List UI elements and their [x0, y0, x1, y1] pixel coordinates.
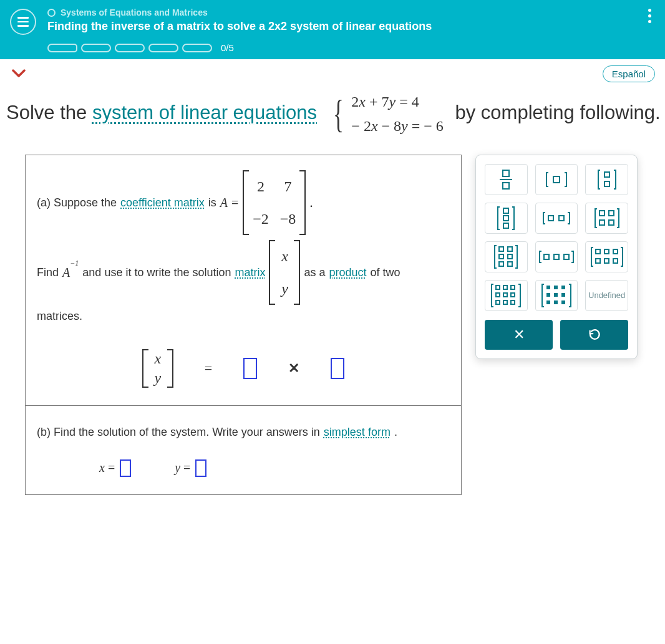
coefficient-matrix: 2 7 −2 −8	[243, 170, 306, 235]
svg-rect-34	[503, 293, 507, 297]
progress-seg	[47, 44, 77, 52]
part-b: (b) Find the solution of the system. Wri…	[26, 406, 461, 494]
progress-seg	[115, 44, 145, 52]
svg-rect-25	[604, 249, 609, 254]
svg-rect-11	[599, 211, 604, 216]
prompt-text: following.	[580, 102, 660, 123]
matrix-input-1[interactable]	[243, 358, 257, 379]
svg-rect-36	[496, 300, 500, 304]
keypad-matrix-3x3[interactable]	[485, 280, 528, 311]
keypad-matrix-3x1[interactable]	[485, 203, 528, 234]
svg-rect-9	[548, 216, 553, 221]
svg-rect-40	[554, 286, 558, 289]
svg-rect-6	[503, 208, 508, 213]
keypad-matrix-2x1[interactable]	[585, 164, 628, 195]
text: A =	[220, 190, 239, 215]
lesson-header: Systems of Equations and Matrices Findin…	[0, 0, 665, 59]
svg-rect-19	[499, 262, 503, 266]
more-button[interactable]	[640, 6, 659, 25]
svg-rect-13	[599, 220, 604, 225]
text: Find	[37, 261, 59, 284]
svg-rect-31	[503, 286, 507, 289]
language-button[interactable]: Español	[603, 65, 655, 82]
svg-rect-18	[508, 254, 512, 259]
svg-rect-16	[508, 247, 512, 251]
problem-box: (a) Suppose the coefficient matrix is A …	[25, 155, 462, 495]
keypad-matrix-1x2[interactable]	[535, 203, 578, 234]
matrix-input-2[interactable]	[331, 358, 344, 379]
glossary-link[interactable]: product	[329, 261, 367, 284]
svg-rect-24	[596, 249, 600, 254]
glossary-link[interactable]: simplest form	[324, 421, 391, 443]
svg-rect-37	[503, 300, 507, 304]
svg-rect-43	[554, 293, 558, 297]
svg-rect-35	[511, 293, 515, 297]
svg-rect-17	[499, 254, 503, 259]
svg-rect-27	[596, 259, 600, 263]
svg-rect-7	[503, 216, 508, 221]
svg-rect-29	[613, 259, 618, 263]
xy-vector: x y	[142, 349, 173, 388]
text: as a	[304, 261, 325, 284]
svg-rect-38	[511, 300, 515, 304]
keypad-clear-button[interactable]: ✕	[485, 320, 553, 350]
matrix-product-row: x y = ✕	[37, 349, 450, 388]
glossary-link[interactable]: system of linear equations	[92, 102, 317, 123]
svg-rect-14	[609, 220, 614, 225]
part-a: (a) Suppose the coefficient matrix is A …	[26, 155, 461, 406]
svg-rect-45	[546, 300, 550, 304]
collapse-chevron-icon[interactable]	[10, 66, 27, 82]
keypad-undefined[interactable]: Undefined	[585, 280, 628, 311]
progress-seg	[81, 44, 111, 52]
prompt-text: Solve the	[6, 102, 92, 123]
text: matrices.	[37, 305, 450, 327]
x-input[interactable]	[120, 459, 131, 477]
svg-rect-32	[511, 286, 515, 289]
breadcrumb: Systems of Equations and Matrices	[47, 7, 655, 17]
problem-statement: Solve the system of linear equations { 2…	[0, 89, 665, 137]
lesson-title: Finding the inverse of a matrix to solve…	[47, 20, 655, 33]
progress-seg	[148, 44, 178, 52]
svg-rect-39	[546, 286, 550, 289]
a-inverse: A−1	[62, 260, 79, 285]
keypad-matrix-3x2[interactable]	[485, 241, 528, 272]
progress-text: 0/5	[221, 42, 234, 53]
svg-rect-47	[561, 300, 565, 304]
svg-rect-44	[561, 293, 565, 297]
svg-rect-8	[503, 223, 508, 228]
svg-rect-0	[503, 170, 509, 176]
breadcrumb-icon	[47, 9, 56, 17]
svg-rect-23	[564, 254, 569, 259]
keypad-fraction[interactable]	[485, 164, 528, 195]
keypad-matrix-1x3[interactable]	[535, 241, 578, 272]
matrix-keypad: Undefined ✕	[475, 155, 638, 359]
progress-bar: 0/5	[47, 42, 655, 53]
text: (b) Find the solution of the system. Wri…	[37, 421, 320, 443]
keypad-matrix-3x3-alt[interactable]	[535, 280, 578, 311]
menu-button[interactable]	[10, 9, 36, 35]
svg-rect-22	[554, 254, 559, 259]
svg-rect-33	[496, 293, 500, 297]
keypad-matrix-2x3[interactable]	[585, 241, 628, 272]
multiply-icon: ✕	[288, 360, 299, 377]
xy-vector: x y	[269, 240, 300, 305]
keypad-reset-button[interactable]	[560, 320, 628, 350]
y-input[interactable]	[195, 459, 206, 477]
svg-rect-20	[508, 262, 512, 266]
text: of two	[371, 261, 400, 284]
svg-rect-2	[503, 183, 509, 189]
keypad-matrix-2x2[interactable]	[585, 203, 628, 234]
svg-rect-26	[613, 249, 618, 254]
text: is	[208, 191, 216, 214]
svg-rect-21	[544, 254, 549, 259]
svg-rect-3	[553, 176, 560, 183]
glossary-link[interactable]: matrix	[235, 261, 265, 284]
svg-rect-4	[604, 172, 609, 177]
prompt-text: by completing	[455, 102, 574, 123]
glossary-link[interactable]: coefficient matrix	[120, 191, 205, 214]
text: and use it to write the solution	[82, 261, 231, 284]
keypad-matrix-1x1[interactable]	[535, 164, 578, 195]
svg-rect-41	[561, 286, 565, 289]
svg-rect-46	[554, 300, 558, 304]
breadcrumb-text: Systems of Equations and Matrices	[61, 7, 208, 17]
